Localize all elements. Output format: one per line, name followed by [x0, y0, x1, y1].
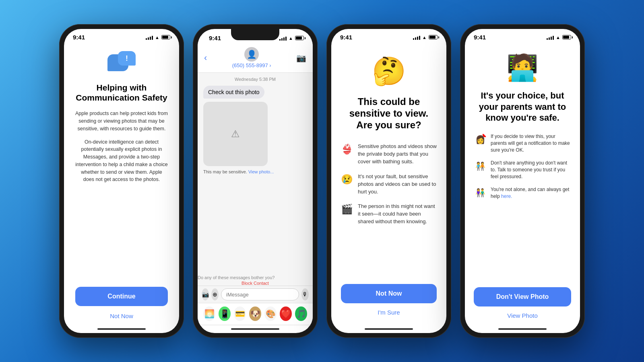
imessage-input[interactable]: [221, 288, 299, 300]
sad-face-icon: 😢: [341, 174, 353, 185]
wifi-icon-2: ▲: [289, 36, 293, 41]
notch-2: [231, 29, 279, 40]
home-indicator-1: [97, 328, 146, 330]
wifi-icon-3: ▲: [422, 35, 427, 40]
app-drawer: 🌅 📱 💳 🐶 🎨 ❤️ 🎵: [198, 303, 313, 324]
status-bar-1: 9:41 ▲: [64, 29, 179, 43]
phone3-content: 🤔 This could be sensitive to view. Are y…: [331, 43, 446, 326]
trust-icon: 🧑‍🤝‍🧑: [474, 160, 487, 173]
contact-info: 👤 (650) 555-8997 ›: [232, 47, 271, 68]
time-1: 9:41: [73, 34, 85, 41]
emoji-icon[interactable]: 🐶: [249, 306, 261, 321]
music-icon[interactable]: 🎵: [295, 306, 307, 321]
info-item-4-2: 🧑‍🤝‍🧑 Don't share anything you don't wan…: [474, 160, 571, 181]
messages-body: Wednesday 5:38 PM Check out this photo ⚠…: [198, 73, 313, 274]
view-photo-button[interactable]: View Photo: [474, 312, 571, 319]
battery-icon-2: [295, 36, 304, 40]
phone3-actions: Not Now I'm Sure: [341, 284, 437, 318]
info-item-3-3: 🎬 The person in this might not want it s…: [341, 203, 437, 226]
sensitive-notice: This may be sensitive. View photo...: [203, 169, 307, 174]
info-list-4: 👩 1 If you decide to view this, your par…: [474, 133, 571, 281]
video-call-button[interactable]: 📷: [296, 53, 306, 63]
contact-name[interactable]: (650) 555-8997 ›: [232, 62, 271, 68]
back-button[interactable]: ‹: [204, 53, 207, 63]
phone4-title: It's your choice, but your parents want …: [474, 90, 571, 123]
message-bubble: Check out this photo: [203, 86, 264, 99]
phone1-title: Helping with Communication Safety: [75, 82, 168, 103]
continue-button[interactable]: Continue: [75, 287, 168, 306]
not-now-button-1[interactable]: Not Now: [110, 313, 133, 319]
time-3: 9:41: [340, 34, 352, 41]
phone3-title: This could be sensitive to view. Are you…: [341, 96, 437, 131]
status-icons-3: ▲: [413, 35, 438, 40]
battery-icon-3: [429, 35, 438, 39]
phone1-body2: On-device intelligence can detect potent…: [75, 138, 168, 184]
appstore-icon[interactable]: 📱: [219, 306, 231, 321]
messages-footer: Do any of these messages bother you? Blo…: [198, 274, 313, 326]
here-link[interactable]: here.: [501, 193, 512, 199]
info-item-4-3: 👫 You're not alone, and can always get h…: [474, 186, 571, 200]
info-text-3-2: It's not your fault, but sensitive photo…: [358, 173, 437, 196]
info-list-3: 👙 Sensitive photos and videos show the p…: [341, 143, 437, 284]
photos-app-icon[interactable]: 🌅: [203, 306, 215, 321]
signal-icon-4: [547, 35, 554, 40]
wifi-icon-4: ▲: [556, 35, 560, 40]
signal-icon-3: [413, 35, 420, 40]
time-4: 9:41: [474, 34, 486, 41]
home-indicator-3: [365, 328, 413, 330]
message-image: ⚠: [203, 102, 268, 166]
phone4-content: 🧑‍💻 It's your choice, but your parents w…: [465, 43, 580, 326]
camera-button[interactable]: 📷: [202, 288, 209, 300]
status-icons-1: ▲: [146, 35, 170, 40]
phone-1: 9:41 ▲: [59, 24, 184, 338]
help-icon: 👫: [474, 186, 487, 199]
signal-icon-1: [146, 35, 153, 40]
status-icons-4: ▲: [547, 35, 571, 40]
time-2: 9:41: [209, 35, 221, 41]
phone-3: 9:41 ▲ 🤔 This could be sensitiv: [326, 24, 451, 338]
person-laptop-emoji: 🧑‍💻: [506, 53, 539, 83]
info-item-4-1: 👩 1 If you decide to view this, your par…: [474, 133, 571, 154]
info-text-3-3: The person in this might not want it see…: [358, 203, 437, 226]
view-photo-link[interactable]: View photo...: [248, 169, 274, 174]
info-text-4-2: Don't share anything you don't want to. …: [491, 160, 571, 181]
audio-button[interactable]: 🎙: [301, 288, 309, 300]
phone2-content: Wednesday 5:38 PM Check out this photo ⚠…: [198, 73, 313, 326]
applepay-icon[interactable]: 💳: [234, 306, 246, 321]
signal-icon-2: [279, 36, 287, 41]
status-bar-4: 9:41 ▲: [465, 29, 580, 43]
not-now-button-3[interactable]: Not Now: [341, 284, 437, 303]
message-timestamp: Wednesday 5:38 PM: [203, 77, 307, 82]
input-bar: 📷 ⊕ 🎙: [198, 286, 313, 303]
info-text-4-3: You're not alone, and can always get hel…: [491, 186, 571, 200]
phone1-content: ! Helping with Communication Safety Appl…: [64, 43, 179, 326]
phone1-body1: Apple products can help protect kids fro…: [75, 110, 168, 132]
info-item-3-2: 😢 It's not your fault, but sensitive pho…: [341, 173, 437, 196]
battery-icon-1: [161, 35, 170, 39]
phone4-actions: Don't View Photo View Photo: [474, 281, 571, 319]
phones-container: 9:41 ▲: [59, 24, 585, 338]
home-indicator-2: [231, 328, 279, 330]
info-item-3-1: 👙 Sensitive photos and videos show the p…: [341, 143, 437, 166]
info-text-3-1: Sensitive photos and videos show the pri…: [358, 143, 437, 166]
home-indicator-4: [498, 328, 547, 330]
hearts-icon[interactable]: ❤️: [280, 306, 292, 321]
dont-view-photo-button[interactable]: Don't View Photo: [474, 287, 571, 306]
im-sure-button[interactable]: I'm Sure: [341, 309, 437, 316]
warning-icon: ⚠: [231, 128, 240, 140]
bathing-suit-icon: 👙: [341, 144, 353, 155]
apps-button[interactable]: ⊕: [211, 288, 219, 300]
phone-4: 9:41 ▲ 🧑‍💻 It's your choice, b: [460, 24, 585, 338]
wifi-icon-1: ▲: [155, 35, 159, 40]
stickers-icon[interactable]: 🎨: [264, 306, 277, 321]
thinking-emoji: 🤔: [372, 55, 406, 87]
battery-icon-4: [562, 35, 571, 39]
messages-header: ‹ 👤 (650) 555-8997 › 📷: [198, 44, 313, 73]
film-icon: 🎬: [341, 204, 353, 215]
status-icons-2: ▲: [279, 36, 304, 41]
block-notice: Do any of these messages bother you?: [198, 273, 275, 282]
phone-2: 9:41 ▲ ‹: [193, 24, 318, 338]
info-text-4-1: If you decide to view this, your parents…: [491, 133, 571, 154]
communication-safety-icon: !: [107, 51, 136, 75]
contact-avatar: 👤: [244, 47, 259, 62]
